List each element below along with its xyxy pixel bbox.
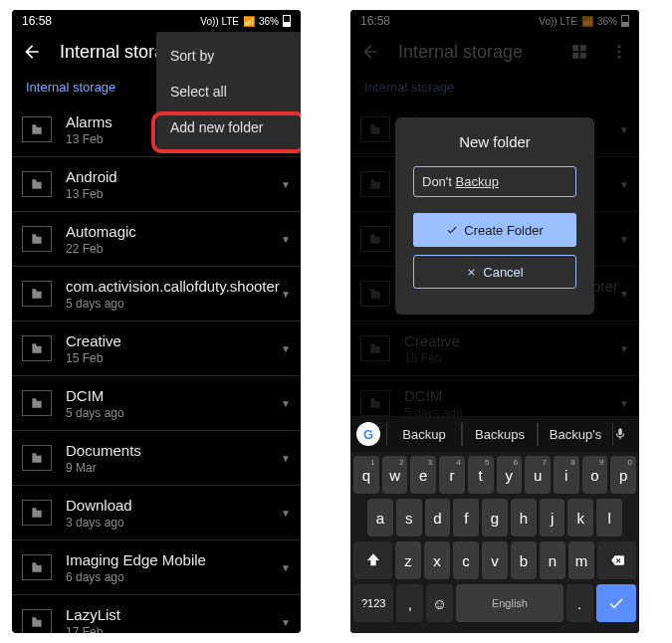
- list-item[interactable]: DCIM5 days ago ▼: [12, 376, 301, 431]
- key-p[interactable]: p0: [610, 456, 636, 494]
- comma-key[interactable]: ,: [396, 584, 423, 622]
- key-y[interactable]: y6: [497, 456, 523, 494]
- folder-icon: [22, 116, 52, 142]
- back-icon[interactable]: [20, 40, 44, 64]
- list-item[interactable]: Imaging Edge Mobile6 days ago ▼: [12, 540, 301, 595]
- chevron-down-icon[interactable]: ▼: [281, 617, 291, 628]
- key-g[interactable]: g: [482, 499, 508, 536]
- suggestion[interactable]: Backup: [386, 423, 462, 446]
- item-name: com.activision.callofduty.shooter: [66, 278, 281, 295]
- key-f[interactable]: f: [453, 499, 479, 536]
- list-item[interactable]: Automagic22 Feb ▼: [12, 212, 301, 267]
- key-x[interactable]: x: [424, 541, 450, 579]
- status-battery: 36%: [259, 16, 279, 27]
- chevron-down-icon[interactable]: ▼: [281, 562, 291, 573]
- item-sub: 13 Feb: [66, 187, 281, 201]
- key-o[interactable]: o9: [582, 456, 608, 494]
- item-name: LazyList: [66, 606, 281, 623]
- input-text-underlined: Backup: [456, 174, 499, 189]
- keyboard: G Backup Backups Backup's q1w2e3r4t5y6u7…: [350, 416, 639, 633]
- menu-sort-by[interactable]: Sort by: [156, 38, 301, 74]
- create-folder-button[interactable]: Create Folder: [413, 213, 576, 247]
- item-sub: 15 Feb: [66, 351, 281, 365]
- chevron-down-icon[interactable]: ▼: [281, 398, 291, 409]
- key-j[interactable]: j: [540, 499, 565, 536]
- space-key[interactable]: English: [456, 584, 563, 622]
- key-l[interactable]: l: [596, 499, 622, 536]
- key-s[interactable]: s: [396, 499, 422, 536]
- enter-key[interactable]: [596, 584, 636, 622]
- key-w[interactable]: w2: [382, 456, 408, 494]
- list-item[interactable]: Documents9 Mar ▼: [12, 431, 301, 486]
- status-time: 16:58: [22, 14, 52, 28]
- key-n[interactable]: n: [540, 541, 565, 579]
- key-m[interactable]: m: [568, 541, 594, 579]
- item-name: Download: [66, 497, 281, 514]
- chevron-down-icon[interactable]: ▼: [281, 343, 291, 354]
- folder-list: Alarms13 Feb ▼ Android13 Feb ▼ Automagic…: [12, 103, 301, 633]
- list-item[interactable]: Creative15 Feb ▼: [12, 322, 301, 376]
- key-c[interactable]: c: [453, 541, 479, 579]
- key-h[interactable]: h: [511, 499, 537, 536]
- item-sub: 17 Feb: [66, 625, 281, 634]
- key-b[interactable]: b: [511, 541, 537, 579]
- mic-icon[interactable]: [613, 427, 633, 441]
- key-i[interactable]: i8: [554, 456, 579, 494]
- chevron-down-icon[interactable]: ▼: [281, 289, 291, 300]
- backspace-key[interactable]: [597, 541, 636, 579]
- create-label: Create Folder: [464, 223, 543, 238]
- item-sub: 5 days ago: [66, 297, 281, 311]
- key-e[interactable]: e3: [410, 456, 436, 494]
- list-item[interactable]: Download3 days ago ▼: [12, 486, 301, 540]
- item-sub: 22 Feb: [66, 242, 281, 256]
- key-q[interactable]: q1: [353, 456, 379, 494]
- menu-add-folder[interactable]: Add new folder: [156, 109, 301, 145]
- folder-icon: [22, 390, 52, 416]
- status-right: Vo)) LTE 📶 36%: [200, 15, 291, 27]
- item-name: Automagic: [66, 223, 281, 240]
- cancel-label: Cancel: [483, 265, 523, 280]
- phone-right: 16:58 Vo)) LTE 📶 36% Internal storage In…: [350, 10, 639, 633]
- folder-icon: [22, 445, 52, 471]
- menu-select-all[interactable]: Select all: [156, 74, 301, 109]
- list-item[interactable]: com.activision.callofduty.shooter5 days …: [12, 267, 301, 322]
- suggestion-bar: G Backup Backups Backup's: [350, 416, 639, 452]
- key-r[interactable]: r4: [439, 456, 465, 494]
- dialog-title: New folder: [413, 133, 576, 150]
- key-u[interactable]: u7: [525, 456, 551, 494]
- key-k[interactable]: k: [567, 499, 593, 536]
- shift-key[interactable]: [353, 541, 392, 579]
- cancel-button[interactable]: Cancel: [413, 255, 576, 289]
- folder-icon: [22, 226, 52, 252]
- key-a[interactable]: a: [367, 499, 393, 536]
- numbers-key[interactable]: ?123: [353, 584, 393, 622]
- folder-name-input[interactable]: Don't Backup: [413, 166, 576, 197]
- item-sub: 5 days ago: [66, 406, 281, 420]
- chevron-down-icon[interactable]: ▼: [281, 179, 291, 190]
- status-net: Vo)) LTE: [200, 16, 239, 27]
- key-z[interactable]: z: [395, 541, 421, 579]
- key-d[interactable]: d: [425, 499, 451, 536]
- item-sub: 6 days ago: [66, 570, 281, 584]
- chevron-down-icon[interactable]: ▼: [281, 508, 291, 519]
- list-item[interactable]: Android13 Feb ▼: [12, 157, 301, 212]
- key-t[interactable]: t5: [468, 456, 494, 494]
- suggestion[interactable]: Backups: [462, 423, 538, 446]
- suggestion[interactable]: Backup's: [538, 423, 613, 446]
- google-icon[interactable]: G: [356, 422, 380, 446]
- item-name: Android: [66, 168, 281, 185]
- folder-icon: [22, 500, 52, 526]
- folder-icon: [22, 335, 52, 361]
- list-item[interactable]: LazyList17 Feb ▼: [12, 595, 301, 633]
- item-name: Creative: [66, 332, 281, 349]
- item-sub: 3 days ago: [66, 516, 281, 530]
- key-v[interactable]: v: [482, 541, 508, 579]
- chevron-down-icon[interactable]: ▼: [281, 453, 291, 464]
- emoji-key[interactable]: ☺: [426, 584, 453, 622]
- battery-icon: [283, 15, 291, 27]
- folder-icon: [22, 171, 52, 197]
- chevron-down-icon[interactable]: ▼: [281, 234, 291, 245]
- folder-icon: [22, 554, 52, 580]
- phone-left: 16:58 Vo)) LTE 📶 36% Internal storage In…: [12, 10, 301, 633]
- period-key[interactable]: .: [566, 584, 593, 622]
